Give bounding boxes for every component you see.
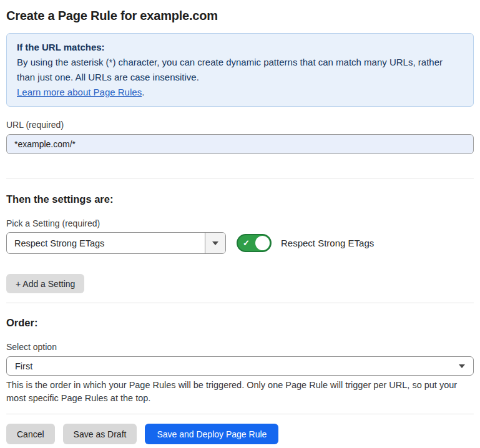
divider <box>6 303 474 303</box>
pick-setting-label: Pick a Setting (required) <box>6 218 474 228</box>
page-title: Create a Page Rule for example.com <box>6 7 474 24</box>
toggle-label: Respect Strong ETags <box>281 238 374 248</box>
add-setting-button[interactable]: + Add a Setting <box>6 274 84 293</box>
save-and-deploy-button[interactable]: Save and Deploy Page Rule <box>145 424 278 444</box>
save-as-draft-button[interactable]: Save as Draft <box>63 424 137 444</box>
check-icon: ✓ <box>243 239 250 247</box>
learn-more-link[interactable]: Learn more about Page Rules <box>17 87 142 97</box>
setting-row: Respect Strong ETags ✓ Respect Strong ET… <box>6 232 474 254</box>
url-match-info-box: If the URL matches: By using the asteris… <box>6 33 474 107</box>
url-field-label: URL (required) <box>6 120 474 130</box>
respect-strong-etags-toggle[interactable]: ✓ <box>237 234 272 252</box>
footer-button-bar: Cancel Save as Draft Save and Deploy Pag… <box>6 424 474 444</box>
cancel-button[interactable]: Cancel <box>6 424 55 444</box>
order-select-label: Select option <box>6 342 474 352</box>
link-suffix: . <box>142 87 144 97</box>
chevron-down-icon <box>459 364 465 368</box>
info-box-body: By using the asterisk (*) character, you… <box>17 55 463 85</box>
setting-select[interactable]: Respect Strong ETags <box>6 232 226 254</box>
divider <box>6 414 474 414</box>
url-input[interactable] <box>6 134 474 154</box>
toggle-knob <box>255 236 270 250</box>
order-help-text: This is the order in which your Page Rul… <box>6 379 474 405</box>
info-box-heading: If the URL matches: <box>17 40 463 55</box>
setting-select-arrow-segment[interactable] <box>205 233 225 253</box>
info-box-link-line: Learn more about Page Rules. <box>17 85 463 100</box>
divider <box>6 178 474 178</box>
order-section-heading: Order: <box>6 316 474 329</box>
order-select-value: First <box>15 361 32 371</box>
chevron-down-icon <box>212 241 218 245</box>
order-select[interactable]: First <box>6 356 474 376</box>
setting-select-value: Respect Strong ETags <box>7 233 205 253</box>
settings-section-heading: Then the settings are: <box>6 193 474 205</box>
